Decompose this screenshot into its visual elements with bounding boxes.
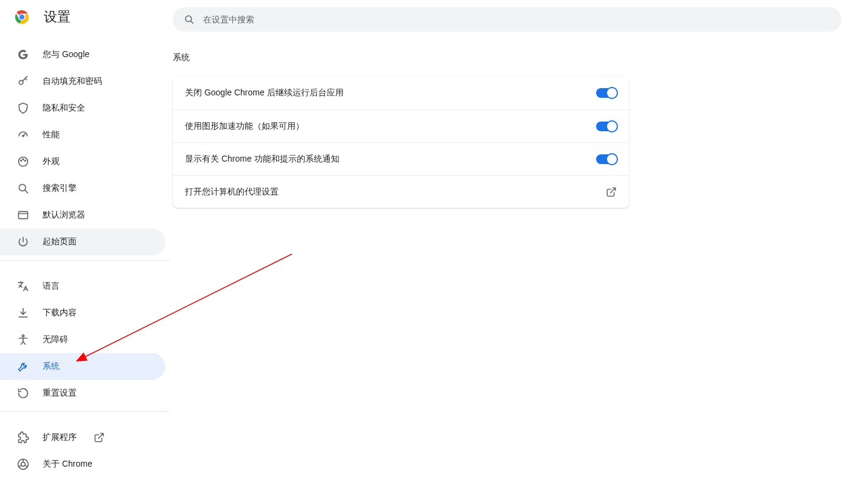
- settings-row: 使用图形加速功能（如果可用）: [173, 109, 629, 142]
- power-icon: [17, 236, 29, 248]
- wrench-icon: [17, 360, 29, 373]
- row-label: 显示有关 Chrome 功能和提示的系统通知: [185, 154, 596, 165]
- speed-icon: [17, 129, 29, 141]
- search-input[interactable]: [203, 15, 830, 24]
- sidebar-item-label: 搜索引擎: [43, 183, 77, 194]
- sidebar-item-label: 语言: [43, 281, 60, 292]
- sidebar-item-shield[interactable]: 隐私和安全: [0, 95, 165, 122]
- sidebar-item-label: 重置设置: [43, 388, 77, 399]
- palette-icon: [17, 156, 29, 168]
- chrome-logo-icon: [15, 10, 29, 24]
- svg-point-6: [21, 160, 22, 162]
- download-icon: [17, 307, 29, 319]
- svg-rect-11: [19, 211, 28, 219]
- sidebar-item-label: 您与 Google: [43, 49, 89, 60]
- search-icon: [184, 14, 195, 25]
- sidebar-item-chrome[interactable]: 关于 Chrome: [0, 451, 165, 478]
- svg-point-15: [21, 462, 26, 467]
- google-icon: [17, 49, 29, 61]
- sidebar-item-label: 起始页面: [43, 236, 77, 247]
- svg-line-10: [25, 190, 28, 193]
- svg-point-8: [25, 160, 26, 162]
- svg-point-13: [22, 335, 24, 337]
- sidebar-item-label: 系统: [43, 361, 60, 372]
- content: 系统 关闭 Google Chrome 后继续运行后台应用使用图形加速功能（如果…: [169, 39, 868, 491]
- key-icon: [17, 75, 29, 88]
- section-title: 系统: [173, 52, 868, 63]
- sidebar-item-download[interactable]: 下载内容: [0, 300, 165, 326]
- settings-row[interactable]: 打开您计算机的代理设置: [173, 175, 629, 208]
- sidebar-item-label: 下载内容: [43, 307, 77, 318]
- sidebar-item-reset[interactable]: 重置设置: [0, 380, 165, 407]
- settings-row: 显示有关 Chrome 功能和提示的系统通知: [173, 142, 629, 175]
- sidebar-item-label: 性能: [43, 129, 60, 140]
- nav: 您与 Google自动填充和密码隐私和安全性能外观搜索引擎默认浏览器起始页面语言…: [0, 34, 169, 478]
- row-label: 使用图形加速功能（如果可用）: [185, 121, 596, 132]
- browser-icon: [17, 209, 29, 221]
- sidebar-item-speed[interactable]: 性能: [0, 122, 165, 148]
- row-label: 关闭 Google Chrome 后继续运行后台应用: [185, 88, 596, 98]
- svg-point-16: [186, 16, 192, 22]
- sidebar-item-label: 自动填充和密码: [43, 76, 102, 87]
- sidebar-item-key[interactable]: 自动填充和密码: [0, 68, 165, 95]
- sidebar-header: 设置: [0, 0, 169, 34]
- sidebar-item-power[interactable]: 起始页面: [0, 228, 165, 255]
- settings-card: 关闭 Google Chrome 后继续运行后台应用使用图形加速功能（如果可用）…: [173, 77, 629, 208]
- sidebar-item-wrench[interactable]: 系统: [0, 353, 165, 380]
- row-label: 打开您计算机的代理设置: [185, 187, 606, 197]
- svg-line-17: [190, 21, 193, 23]
- external-link-icon: [606, 187, 617, 197]
- sidebar-item-label: 扩展程序: [43, 432, 77, 443]
- sidebar-item-label: 隐私和安全: [43, 103, 85, 114]
- sidebar-item-palette[interactable]: 外观: [0, 148, 165, 175]
- sidebar: 设置 您与 Google自动填充和密码隐私和安全性能外观搜索引擎默认浏览器起始页…: [0, 0, 169, 491]
- sidebar-item-browser[interactable]: 默认浏览器: [0, 202, 165, 228]
- shield-icon: [17, 102, 29, 114]
- svg-point-2: [19, 15, 24, 19]
- toggle-switch[interactable]: [596, 122, 617, 131]
- reset-icon: [17, 387, 29, 399]
- svg-point-7: [23, 159, 24, 160]
- toggle-switch[interactable]: [596, 88, 617, 98]
- translate-icon: [17, 280, 29, 292]
- toggle-switch[interactable]: [596, 154, 617, 164]
- sidebar-item-accessibility[interactable]: 无障碍: [0, 326, 165, 353]
- settings-row: 关闭 Google Chrome 后继续运行后台应用: [173, 77, 629, 109]
- chrome-icon: [17, 458, 29, 470]
- sidebar-item-label: 默认浏览器: [43, 210, 85, 221]
- extension-icon: [17, 431, 29, 444]
- sidebar-item-label: 无障碍: [43, 334, 68, 345]
- search-icon: [17, 182, 29, 194]
- sidebar-item-extension[interactable]: 扩展程序: [0, 424, 165, 451]
- sidebar-item-label: 外观: [43, 156, 60, 167]
- search-bar[interactable]: [173, 7, 841, 32]
- sidebar-item-translate[interactable]: 语言: [0, 273, 165, 300]
- app-title: 设置: [44, 8, 71, 26]
- sidebar-item-google[interactable]: 您与 Google: [0, 41, 165, 68]
- main-area: 系统 关闭 Google Chrome 后继续运行后台应用使用图形加速功能（如果…: [169, 0, 868, 491]
- external-link-icon: [94, 432, 105, 443]
- sidebar-item-search[interactable]: 搜索引擎: [0, 175, 165, 202]
- accessibility-icon: [17, 334, 29, 346]
- svg-point-4: [23, 136, 24, 137]
- sidebar-item-label: 关于 Chrome: [43, 459, 92, 470]
